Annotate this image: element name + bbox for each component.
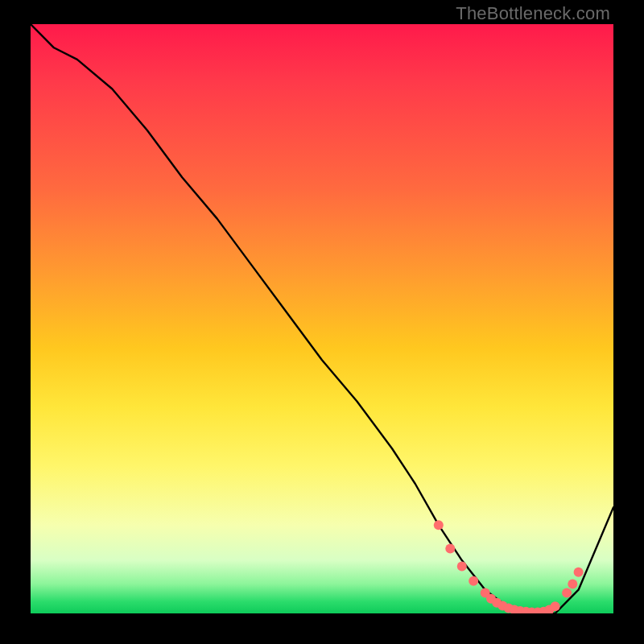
plot-area (31, 24, 613, 613)
marker-dot (568, 579, 577, 588)
chart-frame: TheBottleneck.com (0, 0, 644, 644)
marker-dot (434, 520, 444, 530)
marker-dot (457, 561, 467, 571)
attribution-text: TheBottleneck.com (456, 3, 610, 24)
marker-group (434, 520, 584, 613)
curve-path (31, 24, 613, 613)
marker-dot (574, 568, 584, 577)
marker-dot (445, 544, 455, 554)
chart-svg (31, 24, 613, 613)
marker-dot (469, 576, 478, 586)
marker-dot (551, 601, 560, 611)
marker-dot (562, 588, 572, 597)
